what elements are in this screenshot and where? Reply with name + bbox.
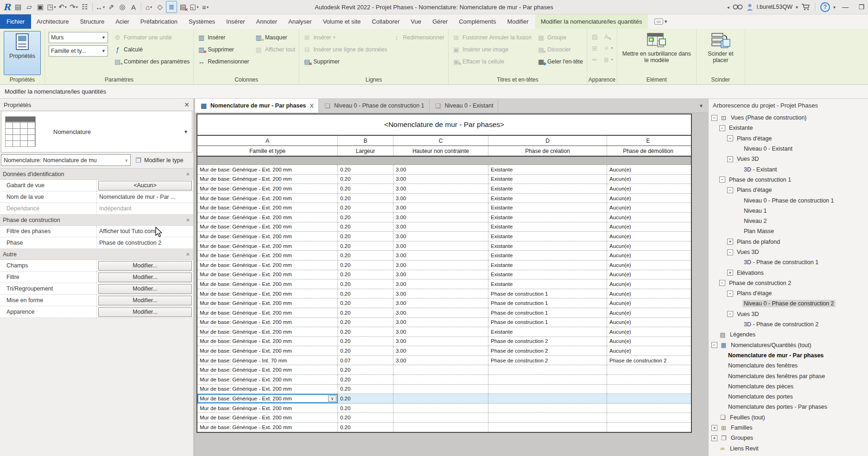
- format-unit-button[interactable]: ⚙Formater une unité: [114, 32, 190, 43]
- schedule-cell[interactable]: Mur de base: Générique - Ext. 200 mm: [197, 423, 338, 432]
- schedule-cell[interactable]: Aucun(e): [607, 337, 689, 346]
- schedule-cell[interactable]: 3.00: [393, 356, 488, 365]
- tree-item-label[interactable]: Elévations: [735, 269, 765, 277]
- tree-item[interactable]: +⊞Familles: [709, 423, 868, 433]
- tree-item-label[interactable]: Vues 3D: [735, 310, 760, 318]
- schedule-cell[interactable]: 0.20: [338, 203, 393, 212]
- section-icon[interactable]: ◇: [155, 1, 165, 13]
- schedule-cell[interactable]: 3.00: [393, 308, 488, 317]
- tree-item-label[interactable]: Vues 3D: [735, 155, 760, 163]
- schedule-cell[interactable]: 0.20: [338, 260, 393, 270]
- expand-node-icon[interactable]: +: [711, 435, 717, 441]
- edit-type-button[interactable]: ❐ Modifier le type: [133, 155, 185, 165]
- schedule-cell[interactable]: 0.20: [338, 394, 393, 403]
- schedule-header-cell[interactable]: A: [197, 136, 338, 146]
- help-icon[interactable]: ?: [820, 2, 830, 12]
- collapse-node-icon[interactable]: −: [719, 125, 725, 131]
- schedule-header-cell[interactable]: Phase de création: [488, 146, 607, 156]
- schedule-header-cell[interactable]: Hauteur non contrainte: [393, 146, 488, 156]
- schedule-cell[interactable]: Existante: [488, 251, 607, 260]
- tree-item-label[interactable]: Plans d'étage: [735, 290, 773, 297]
- insert-data-row-button[interactable]: ⊟Insérer une ligne de données: [303, 44, 387, 55]
- schedule-cell[interactable]: Mur de base: Générique - Ext. 200 mm: [197, 375, 338, 384]
- user-avatar-icon[interactable]: [746, 3, 754, 11]
- tab-architecture[interactable]: Architecture: [31, 14, 74, 29]
- schedule-cell[interactable]: [393, 385, 488, 394]
- panel-label-lignes[interactable]: Lignes: [299, 75, 448, 84]
- schedule-cell[interactable]: 0.20: [338, 165, 393, 174]
- property-value[interactable]: Nomenclature de mur - Par ...: [98, 194, 176, 200]
- tree-item[interactable]: Niveau 2: [709, 216, 868, 226]
- align-vertical-button[interactable]: ≣▾: [602, 55, 613, 64]
- schedule-cell[interactable]: 3.00: [393, 184, 488, 193]
- schedule-cell[interactable]: 3.00: [393, 279, 488, 289]
- schedule-cell[interactable]: Mur de base: Générique - Ext. 200 mm: [197, 270, 338, 279]
- schedule-cell[interactable]: [393, 365, 488, 374]
- schedule-cell[interactable]: Existante: [488, 232, 607, 241]
- schedule-cell[interactable]: 3.00: [393, 260, 488, 270]
- tree-item[interactable]: −Plans d'étage: [709, 185, 868, 195]
- tree-item-label[interactable]: Niveau 2: [742, 217, 768, 225]
- tree-item-label[interactable]: Plans d'étage: [735, 135, 773, 142]
- panel-label-apparence[interactable]: Apparence: [587, 75, 617, 84]
- property-value-button[interactable]: Modifier...: [98, 307, 192, 317]
- user-menu-caret-icon[interactable]: ▾: [796, 5, 798, 10]
- schedule-cell[interactable]: Existante: [488, 184, 607, 193]
- schedule-cell[interactable]: 0.20: [338, 251, 393, 260]
- tree-item[interactable]: −Vues 3D: [709, 154, 868, 164]
- merge-cells-button[interactable]: ⊞Fusionner Annuler la fusion: [452, 32, 532, 43]
- tree-item[interactable]: +❐Groupes: [709, 433, 868, 443]
- save-icon[interactable]: ▣: [35, 1, 45, 13]
- tab-vue[interactable]: Vue: [405, 14, 427, 29]
- schedule-cell[interactable]: Phase de construction 2: [488, 356, 607, 365]
- tree-item[interactable]: Nomenclature des pièces: [709, 381, 868, 392]
- schedule-cell[interactable]: Aucun(e): [607, 165, 689, 174]
- tree-item-label[interactable]: Plans de plafond: [735, 238, 781, 246]
- parameter-select[interactable]: Famille et ty... ▼: [49, 45, 108, 57]
- search-icon[interactable]: [733, 3, 743, 11]
- collapse-section-icon[interactable]: »: [185, 172, 191, 176]
- schedule-cell[interactable]: [607, 413, 689, 422]
- schedule-cell[interactable]: Aucun(e): [607, 270, 689, 279]
- schedule-cell[interactable]: 0.20: [338, 232, 393, 241]
- tag-icon[interactable]: ◎: [117, 1, 127, 13]
- properties-button[interactable]: Propriétés: [4, 31, 41, 75]
- panel-label-parametres[interactable]: Paramètres: [45, 75, 193, 84]
- schedule-cell[interactable]: Aucun(e): [607, 194, 689, 203]
- schedule-cell[interactable]: 3.00: [393, 194, 488, 203]
- align-horizontal-button[interactable]: ≡▾: [602, 44, 613, 52]
- schedule-cell[interactable]: Mur de base: Générique - Ext. 200 mm: [197, 413, 338, 422]
- group-button[interactable]: ▦Groupe: [537, 32, 583, 43]
- schedule-header-cell[interactable]: D: [488, 136, 607, 146]
- expand-node-icon[interactable]: +: [727, 270, 733, 276]
- help-menu-caret-icon[interactable]: ▾: [833, 5, 836, 10]
- schedule-cell[interactable]: Mur de base: Générique - Ext. 200 mm∨: [197, 394, 338, 403]
- tree-item[interactable]: ∞Liens Revit: [709, 443, 868, 454]
- collapse-node-icon[interactable]: −: [727, 249, 733, 255]
- tab-analyser[interactable]: Analyser: [283, 14, 317, 29]
- schedule-cell[interactable]: 0.20: [338, 318, 393, 327]
- property-value[interactable]: Afficher tout Tuto.com: [98, 228, 155, 234]
- tree-item-label[interactable]: Niveau 0 - Phase de construction 1: [742, 197, 836, 204]
- collapse-node-icon[interactable]: −: [719, 177, 725, 183]
- schedule-cell[interactable]: Mur de base: Générique - Ext. 200 mm: [197, 385, 338, 394]
- schedule-cell[interactable]: Aucun(e): [607, 327, 689, 336]
- tree-item[interactable]: Niveau 0 - Phase de construction 1: [709, 195, 868, 205]
- clear-cell-button[interactable]: ▣✎Effacer la cellule: [452, 56, 532, 67]
- schedule-cell[interactable]: 3.00: [393, 270, 488, 279]
- tree-item-label[interactable]: 3D - Phase de construction 1: [742, 259, 820, 266]
- schedule-cell[interactable]: [488, 413, 607, 422]
- minimize-button[interactable]: —: [839, 3, 852, 11]
- schedule-cell[interactable]: Mur de base: Générique - Ext. 200 mm: [197, 318, 338, 327]
- tree-item[interactable]: +Plans de plafond: [709, 237, 868, 247]
- schedule-cell[interactable]: Mur de base: Générique - Ext. 200 mm: [197, 365, 338, 374]
- tree-item-label[interactable]: 3D - Existant: [742, 166, 779, 173]
- tree-item-label[interactable]: Plan Masse: [742, 228, 775, 235]
- schedule-cell[interactable]: 3.00: [393, 337, 488, 346]
- tree-item[interactable]: Nomenclature des portes: [709, 392, 868, 402]
- schedule-cell[interactable]: 3.00: [393, 327, 488, 336]
- schedule-cell[interactable]: 0.20: [338, 423, 393, 432]
- schedule-cell[interactable]: Mur de base: Générique - Ext. 200 mm: [197, 298, 338, 308]
- schedule-cell[interactable]: Phase de construction 2: [607, 356, 689, 365]
- schedule-cell[interactable]: Phase de construction 1: [488, 308, 607, 317]
